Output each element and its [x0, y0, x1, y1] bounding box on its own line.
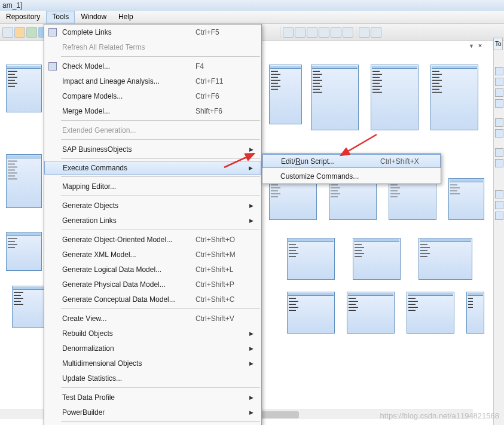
menu-repository[interactable]: Repository: [0, 11, 46, 23]
entity-box[interactable]: ▬▬▬▬▬▬▬▬▬▬▬▬▬▬▬▬▬▬▬▬▬: [6, 65, 42, 112]
close-icon[interactable]: ×: [476, 42, 484, 49]
menu-item-powerbuilder[interactable]: PowerBuilder▶: [44, 405, 261, 420]
menu-tools[interactable]: Tools: [46, 11, 75, 23]
menu-item-label: SAP BusinessObjects: [62, 145, 184, 154]
menu-item-generate-object-oriented-model[interactable]: Generate Object-Oriented Model...Ctrl+Sh…: [44, 232, 261, 247]
menu-item-icon: [47, 314, 59, 323]
menu-item-denormalization[interactable]: Denormalization▶: [44, 341, 261, 356]
entity-box[interactable]: ▬▬▬▬▬▬▬▬▬▬▬▬▬▬▬▬▬: [287, 292, 335, 334]
menu-item-update-statistics[interactable]: Update Statistics...: [44, 371, 261, 386]
tool-button[interactable]: [495, 148, 503, 157]
menu-item-mapping-editor[interactable]: Mapping Editor...: [44, 179, 261, 194]
entity-box[interactable]: ▬▬▬▬▬▬▬▬: [466, 292, 484, 334]
menu-item-label: Edit/Run Script...: [281, 157, 368, 166]
tool-button[interactable]: [495, 190, 503, 198]
title-text: am_1]: [2, 1, 22, 10]
toolbar-button[interactable]: [359, 27, 369, 38]
menu-item-generate-objects[interactable]: Generate Objects▶: [44, 198, 261, 213]
toolbar-button[interactable]: [2, 27, 13, 38]
tool-button[interactable]: [495, 78, 503, 86]
entity-box[interactable]: ▬▬▬▬▬▬▬▬▬▬▬▬▬▬▬▬▬: [329, 178, 377, 220]
menu-item-icon: [47, 295, 59, 304]
entity-box[interactable]: ▬▬▬▬▬▬▬▬▬▬▬▬▬▬▬▬▬▬▬▬▬▬▬▬▬▬▬▬: [430, 65, 478, 130]
watermark-text: https://blog.csdn.net/a1194821568: [380, 411, 500, 420]
menu-item-rebuild-objects[interactable]: Rebuild Objects▶: [44, 326, 261, 341]
tools-dropdown-menu: Complete LinksCtrl+F5Refresh All Related…: [44, 24, 262, 425]
submenu-arrow-icon: ▶: [249, 345, 255, 351]
menu-item-label: Compare Models...: [62, 92, 184, 100]
menu-window[interactable]: Window: [75, 11, 112, 23]
dropdown-icon[interactable]: ▼: [469, 43, 474, 49]
toolbar-button[interactable]: [26, 27, 37, 38]
menu-item-generate-logical-data-model[interactable]: Generate Logical Data Model...Ctrl+Shift…: [44, 262, 261, 277]
entity-box[interactable]: ▬▬▬▬▬▬▬▬▬▬▬▬▬▬▬▬▬: [407, 292, 454, 334]
toolbar-button[interactable]: [371, 27, 381, 38]
entity-box[interactable]: ▬▬▬▬▬▬▬▬▬▬▬▬▬▬▬▬▬: [287, 238, 335, 280]
menu-item-shortcut: Ctrl+Shift+M: [196, 250, 249, 259]
entity-box[interactable]: ▬▬▬▬▬▬▬▬▬▬▬▬▬▬: [6, 232, 42, 271]
menu-separator: [61, 176, 260, 177]
menu-item-test-data-profile[interactable]: Test Data Profile▶: [44, 390, 261, 405]
entity-box[interactable]: ▬▬▬▬▬▬▬▬▬▬▬▬▬▬▬▬▬: [269, 178, 317, 220]
menu-item-impact-and-lineage-analysis[interactable]: Impact and Lineage Analysis...Ctrl+F11: [44, 74, 261, 88]
menu-item-complete-links[interactable]: Complete LinksCtrl+F5: [44, 25, 261, 39]
toolbar-button[interactable]: [331, 27, 341, 38]
tool-button[interactable]: [495, 212, 503, 220]
entity-box[interactable]: ▬▬▬▬▬▬▬▬▬▬▬▬▬▬▬▬▬: [353, 238, 401, 280]
submenu-item-edit-run-script[interactable]: Edit/Run Script...Ctrl+Shift+X: [262, 154, 441, 168]
entity-box[interactable]: ▬▬▬▬▬▬▬▬▬▬▬▬▬▬▬▬▬▬▬▬▬▬▬▬▬▬▬▬: [371, 65, 419, 130]
menu-item-shortcut: Ctrl+Shift+V: [196, 314, 249, 323]
tool-button[interactable]: [495, 129, 503, 137]
submenu-arrow-icon: ▶: [249, 360, 255, 366]
menu-item-icon: [47, 42, 59, 52]
menu-item-compare-models[interactable]: Compare Models...Ctrl+F6: [44, 88, 261, 103]
menu-item-icon: [265, 172, 277, 181]
menu-item-sap-businessobjects[interactable]: SAP BusinessObjects▶: [44, 142, 261, 157]
tool-button[interactable]: [495, 159, 503, 167]
menu-item-generate-xml-model[interactable]: Generate XML Model...Ctrl+Shift+M: [44, 247, 261, 262]
menu-item-merge-model[interactable]: Merge Model...Shift+F6: [44, 103, 261, 118]
tool-button[interactable]: [495, 201, 503, 209]
menu-item-label: Generate Logical Data Model...: [62, 265, 184, 274]
menu-item-icon: [47, 126, 59, 135]
entity-box[interactable]: ▬▬▬▬▬▬▬▬▬▬▬▬▬▬▬▬▬▬▬▬▬▬▬▬▬: [6, 154, 42, 208]
entity-box[interactable]: ▬▬▬▬▬▬▬▬▬▬▬▬▬▬▬▬▬▬▬▬▬▬▬▬▬▬▬▬: [311, 65, 359, 130]
menu-item-extended-generation: Extended Generation...: [44, 123, 261, 137]
panel-tab[interactable]: To: [493, 38, 503, 50]
entity-box[interactable]: ▬▬▬▬▬▬▬▬▬▬▬▬▬▬▬▬▬: [389, 178, 436, 220]
menu-item-label: Multidimensional Objects: [62, 359, 184, 368]
menu-item-icon: [47, 106, 59, 116]
toolbar-button[interactable]: [283, 27, 294, 38]
menu-item-check-model[interactable]: Check Model...F4: [44, 59, 261, 74]
menu-help[interactable]: Help: [112, 11, 139, 23]
entity-box[interactable]: ▬▬▬▬▬▬▬▬▬▬▬▬▬▬▬▬▬: [347, 292, 395, 334]
entity-box[interactable]: ▬▬▬▬▬▬▬▬▬▬▬▬▬▬▬▬▬▬▬▬▬▬▬▬: [269, 65, 302, 124]
menu-item-execute-commands[interactable]: Execute Commands▶: [44, 161, 261, 175]
toolbar-button[interactable]: [343, 27, 353, 38]
menu-item-label: Generate Conceptual Data Model...: [62, 295, 184, 304]
submenu-item-customize-commands[interactable]: Customize Commands...: [262, 169, 441, 184]
tool-button[interactable]: [495, 88, 503, 97]
toolbar-button[interactable]: [295, 27, 306, 38]
menu-item-generate-conceptual-data-model[interactable]: Generate Conceptual Data Model...Ctrl+Sh…: [44, 292, 261, 307]
toolbar-button[interactable]: [307, 27, 317, 38]
menu-item-generation-links[interactable]: Generation Links▶: [44, 213, 261, 228]
submenu-arrow-icon: ▶: [249, 146, 255, 152]
entity-box[interactable]: ▬▬▬▬▬▬▬▬▬▬▬▬▬▬: [448, 178, 484, 220]
menu-item-shortcut: Ctrl+Shift+O: [196, 236, 249, 244]
tool-button[interactable]: [495, 99, 503, 108]
menu-item-icon: [47, 77, 59, 86]
menu-item-multidimensional-objects[interactable]: Multidimensional Objects▶: [44, 356, 261, 371]
entity-box[interactable]: ▬▬▬▬▬▬▬▬▬▬▬▬▬▬▬▬▬: [419, 238, 472, 280]
tool-button[interactable]: [495, 67, 503, 75]
menu-item-generate-physical-data-model[interactable]: Generate Physical Data Model...Ctrl+Shif…: [44, 277, 261, 292]
toolbar-button[interactable]: [14, 27, 25, 38]
tool-button[interactable]: [495, 118, 503, 127]
menu-item-icon: [47, 280, 59, 289]
menu-separator: [61, 139, 260, 140]
toolbar-button[interactable]: [319, 27, 329, 38]
menu-item-label: Impact and Lineage Analysis...: [62, 77, 184, 85]
menu-item-icon: [47, 393, 59, 402]
entity-box[interactable]: ▬▬▬▬▬▬▬▬▬▬▬▬▬▬▬▬▬▬: [12, 286, 45, 328]
menu-item-create-view[interactable]: Create View...Ctrl+Shift+V: [44, 311, 261, 326]
